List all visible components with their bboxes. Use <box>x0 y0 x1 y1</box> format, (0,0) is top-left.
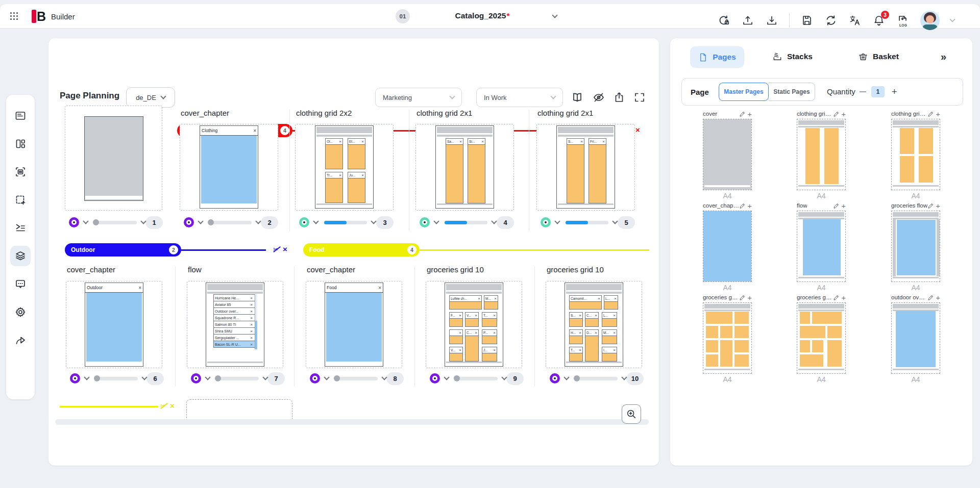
cut-section-icon[interactable]: ✂ <box>273 245 281 253</box>
remove-product-icon[interactable] <box>459 348 461 352</box>
status-indicator-icon[interactable] <box>69 217 79 227</box>
remove-product-icon[interactable] <box>250 336 253 340</box>
status-indicator-icon[interactable] <box>191 373 201 383</box>
sidebar-item-settings[interactable] <box>6 298 35 326</box>
status-indicator-icon[interactable] <box>70 373 80 383</box>
tab-basket[interactable]: Basket <box>858 52 899 62</box>
add-master-page-icon[interactable] <box>936 202 940 210</box>
add-master-page-icon[interactable] <box>747 202 752 210</box>
edit-pencil-icon[interactable] <box>833 294 840 301</box>
upload-icon[interactable] <box>741 14 754 27</box>
edit-pencil-icon[interactable] <box>739 294 746 301</box>
remove-product-icon[interactable] <box>613 330 616 335</box>
edit-pencil-icon[interactable] <box>833 202 840 209</box>
status-indicator-icon[interactable] <box>541 217 551 227</box>
edit-pencil-icon[interactable] <box>927 111 934 117</box>
remove-section-icon[interactable]: × <box>635 126 640 134</box>
progress-slider[interactable] <box>335 377 378 380</box>
chevron-down-icon[interactable] <box>205 374 210 380</box>
remove-product-icon[interactable] <box>478 296 480 301</box>
remove-product-icon[interactable] <box>595 330 597 335</box>
remove-product-icon[interactable] <box>579 330 581 335</box>
sidebar-item-notes[interactable] <box>6 101 35 130</box>
progress-slider[interactable] <box>445 221 487 224</box>
status-indicator-icon[interactable] <box>420 217 430 227</box>
app-grid-icon[interactable] <box>10 12 18 20</box>
remove-product-icon[interactable] <box>250 309 253 314</box>
status-indicator-icon[interactable] <box>299 217 309 227</box>
remove-product-icon[interactable] <box>475 330 477 335</box>
remove-product-icon[interactable] <box>598 296 600 301</box>
remove-product-icon[interactable] <box>613 348 616 352</box>
close-icon[interactable] <box>138 285 141 291</box>
edit-pencil-icon[interactable] <box>739 111 746 117</box>
chevron-down-icon[interactable] <box>83 218 88 224</box>
add-master-page-icon[interactable] <box>841 110 846 118</box>
remove-product-icon[interactable] <box>459 330 461 335</box>
log-icon[interactable]: LOG <box>896 14 910 27</box>
add-master-page-icon[interactable] <box>841 202 846 210</box>
edit-pencil-icon[interactable] <box>927 202 934 209</box>
fullscreen-icon[interactable] <box>633 91 646 104</box>
master-page-thumbnail[interactable] <box>797 302 846 374</box>
remove-product-icon[interactable] <box>250 316 253 320</box>
remove-product-icon[interactable] <box>459 139 462 144</box>
remove-product-icon[interactable] <box>361 173 364 177</box>
book-open-icon[interactable] <box>571 91 583 104</box>
master-page-thumbnail[interactable] <box>891 302 940 374</box>
remove-section-icon[interactable]: × <box>170 402 175 410</box>
chevron-down-icon[interactable] <box>324 374 329 380</box>
translate-icon[interactable] <box>848 14 862 27</box>
progress-slider[interactable] <box>566 221 608 224</box>
notifications-bell-icon[interactable]: 3 <box>872 14 886 27</box>
chevron-down-icon[interactable] <box>564 374 569 380</box>
sidebar-item-select-area[interactable] <box>6 186 35 214</box>
refresh-lock-icon[interactable] <box>717 14 730 27</box>
remove-product-icon[interactable] <box>250 296 253 300</box>
remove-product-icon[interactable] <box>481 139 484 144</box>
chevron-down-icon[interactable] <box>198 218 203 224</box>
master-page-thumbnail[interactable] <box>891 119 940 190</box>
sidebar-item-comments[interactable] <box>6 270 35 298</box>
progress-slider[interactable] <box>94 221 137 224</box>
document-chevron-down-icon[interactable] <box>552 12 557 18</box>
progress-slider[interactable] <box>324 221 367 224</box>
remove-product-icon[interactable] <box>493 348 496 352</box>
remove-product-icon[interactable] <box>602 139 605 144</box>
master-page-thumbnail-cover[interactable] <box>703 119 752 190</box>
chevron-down-icon[interactable] <box>554 218 560 224</box>
edit-pencil-icon[interactable] <box>739 202 746 209</box>
department-select[interactable]: Marketing <box>375 88 462 107</box>
add-master-page-icon[interactable] <box>747 110 752 118</box>
section-banner-food[interactable]: Food 4 <box>303 243 420 256</box>
master-page-thumbnail[interactable] <box>797 211 846 282</box>
user-avatar[interactable] <box>920 11 940 30</box>
tab-pages[interactable]: Pages <box>690 46 744 68</box>
close-icon[interactable] <box>378 285 381 291</box>
eye-off-icon[interactable] <box>593 91 605 104</box>
status-indicator-icon[interactable] <box>310 373 320 383</box>
remove-product-icon[interactable] <box>459 313 461 318</box>
horizontal-scrollbar[interactable] <box>55 419 649 425</box>
chevron-down-icon[interactable] <box>433 218 439 224</box>
progress-slider[interactable] <box>209 221 252 224</box>
user-menu-chevron-down-icon[interactable] <box>949 16 955 22</box>
sync-icon[interactable] <box>824 14 838 27</box>
chevron-down-icon[interactable] <box>444 374 449 380</box>
remove-product-icon[interactable] <box>580 139 583 144</box>
remove-product-icon[interactable] <box>475 313 477 318</box>
remove-product-icon[interactable] <box>339 139 341 144</box>
progress-slider[interactable] <box>575 377 618 380</box>
remove-product-icon[interactable] <box>361 139 364 144</box>
list-scrollbar[interactable] <box>255 294 257 349</box>
status-indicator-icon[interactable] <box>550 373 560 383</box>
remove-product-icon[interactable] <box>613 313 616 318</box>
cut-section-icon[interactable]: ✂ <box>160 402 168 410</box>
tab-stacks[interactable]: Stacks <box>772 52 813 62</box>
master-page-thumbnail[interactable] <box>891 211 940 282</box>
remove-product-icon[interactable] <box>493 313 496 318</box>
sidebar-item-layers[interactable] <box>6 242 35 270</box>
document-name[interactable]: Catalog_2025 * <box>431 11 533 20</box>
chevron-down-icon[interactable] <box>255 218 261 224</box>
quantity-minus-icon[interactable] <box>860 91 866 92</box>
